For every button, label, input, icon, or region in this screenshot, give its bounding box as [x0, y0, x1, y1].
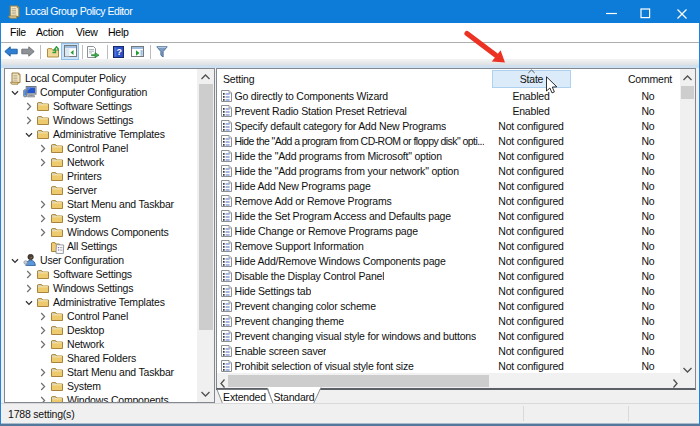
svg-text:?: ? [117, 47, 123, 57]
